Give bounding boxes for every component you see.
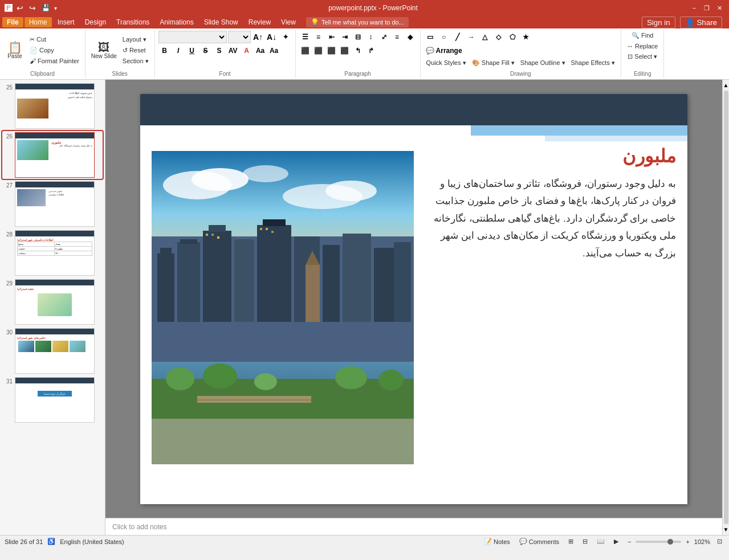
text-direction-button[interactable]: ⤢ [378,31,390,43]
clear-format-button[interactable]: ✦ [279,31,292,43]
replace-button[interactable]: ↔ Replace [625,42,660,51]
reading-view-button[interactable]: 📖 [594,537,607,546]
signin-button[interactable]: Sign in [642,17,675,28]
undo-button[interactable]: ↩ [15,3,25,13]
shape-rect[interactable]: ▭ [424,31,437,43]
shape-pentagon[interactable]: ⬠ [506,31,519,43]
justify-button[interactable]: ⬛ [339,44,351,57]
menu-design[interactable]: Design [80,17,111,27]
menu-file[interactable]: File [2,17,23,27]
shape-line[interactable]: ╱ [451,31,464,43]
menu-view[interactable]: View [276,17,300,27]
line-spacing-button[interactable]: ↕ [365,31,377,43]
menu-transitions[interactable]: Transitions [112,17,154,27]
normal-view-button[interactable]: ⊞ [566,537,576,546]
quick-styles-button[interactable]: Quick Styles ▾ [424,58,469,68]
svg-point-4 [325,181,377,201]
slideshow-button[interactable]: ▶ [612,537,621,546]
shape-outline-button[interactable]: Shape Outline ▾ [518,58,568,68]
align-center-button[interactable]: ⬛ [312,44,325,57]
redo-button[interactable]: ↪ [27,3,38,13]
menu-review[interactable]: Review [244,17,275,27]
shape-circle[interactable]: ○ [438,31,450,43]
notes-bar[interactable]: Click to add notes [105,518,722,535]
change-case-button[interactable]: Aa [268,44,280,57]
zoom-slider[interactable] [636,541,681,543]
align-left-button[interactable]: ⬛ [299,44,312,57]
scroll-down-button[interactable]: ▼ [722,525,729,534]
zoom-out-button[interactable]: − [625,538,633,546]
shape-star[interactable]: ★ [520,31,532,43]
quick-access-toolbar[interactable]: 🅿 ↩ ↪ 💾 ▾ [5,3,57,13]
comments-status-button[interactable]: 💬 Comments [517,537,561,546]
font-color-button[interactable]: A [241,44,253,57]
shape-callout[interactable]: 💬 [424,44,437,57]
menu-animations[interactable]: Animations [155,17,198,27]
char-spacing-button[interactable]: AV [227,44,239,57]
convert-smartart-button[interactable]: ◈ [404,31,417,43]
columns-button[interactable]: ⊟ [352,31,364,43]
numbering-button[interactable]: ≡ [312,31,325,43]
notes-status-button[interactable]: 📝 Notes [482,537,512,546]
decrease-font-button[interactable]: A↓ [266,31,278,43]
paste-button[interactable]: 📋 Paste [3,40,26,60]
font-family-select[interactable] [158,31,227,43]
find-button[interactable]: 🔍 Find [629,31,655,40]
slide-item-31[interactable]: 31 بازنگر از توجه شما [2,376,103,424]
restore-button[interactable]: ❐ [702,3,712,13]
arrange-button[interactable]: Arrange [438,44,461,57]
menu-help-search[interactable]: 💡 Tell me what you want to do... [306,17,409,27]
text-shadow-button[interactable]: S [213,44,226,57]
menu-insert[interactable]: Insert [53,17,79,27]
shape-effects-button[interactable]: Shape Effects ▾ [569,58,617,68]
strikethrough-button[interactable]: S [199,44,212,57]
decrease-indent-button[interactable]: ⇤ [325,31,338,43]
align-text-button[interactable]: ≡ [391,31,404,43]
slide-item-28[interactable]: 28 اطلاعات تکمیلی شهر استرالیا محتوامقدا… [2,229,103,277]
fit-slide-button[interactable]: ⊡ [715,537,724,546]
increase-font-button[interactable]: A↑ [252,31,264,43]
zoom-in-button[interactable]: + [683,538,691,546]
slide-item-29[interactable]: 29 نقشه استرالیا [2,278,103,326]
slide-sorter-button[interactable]: ⊟ [580,537,590,546]
right-scrollbar[interactable]: ▲ ▼ [722,80,729,535]
select-button[interactable]: ⊡ Select ▾ [625,52,659,62]
save-button[interactable]: 💾 [40,3,52,13]
menu-home[interactable]: Home [25,17,52,27]
scroll-up-button[interactable]: ▲ [722,81,729,89]
bullets-button[interactable]: ☰ [299,31,312,43]
signin-area: Sign in 👤 Share [642,17,727,28]
section-button[interactable]: Section ▾ [120,56,151,66]
rtl-button[interactable]: ↰ [352,44,364,57]
slide-item-30[interactable]: 30 عکس‌های شهر استرالیا [2,327,103,375]
layout-button[interactable]: Layout ▾ [120,35,151,44]
align-right-button[interactable]: ⬛ [325,44,338,57]
underline-button[interactable]: U [186,44,198,57]
shape-arrow[interactable]: → [465,31,478,43]
increase-indent-button[interactable]: ⇥ [339,31,351,43]
text-color-button[interactable]: Aa [254,44,267,57]
new-slide-button[interactable]: 🖼 New Slide [89,40,119,60]
format-painter-button[interactable]: 🖌 Format Painter [27,56,82,66]
window-controls[interactable]: − ❐ ✕ [689,3,724,13]
italic-button[interactable]: I [172,44,185,57]
font-size-select[interactable] [228,31,251,43]
share-button[interactable]: 👤 Share [680,17,722,28]
svg-rect-22 [211,234,214,236]
bold-button[interactable]: B [158,44,171,57]
slide-item-25[interactable]: 25 متن نمونه اطلاعات محتوای اسلاید قبلی … [2,82,103,130]
shape-triangle[interactable]: △ [479,31,491,43]
cut-button[interactable]: ✂ Cut [27,35,82,44]
shape-fill-button[interactable]: 🎨 Shape Fill ▾ [470,58,517,68]
slide-item-27[interactable]: 27 شهر سیدنی اطلاعات توضیحی [2,180,103,228]
close-button[interactable]: ✕ [714,3,724,13]
minimize-button[interactable]: − [689,3,699,13]
menu-slideshow[interactable]: Slide Show [199,17,243,27]
shape-diamond[interactable]: ◇ [492,31,505,43]
slide-content[interactable]: ملبورن به دلیل وجود رستوران، فروشگاه، تئ… [140,94,687,504]
copy-button[interactable]: 📄 Copy [27,46,82,55]
reset-button[interactable]: ↺ Reset [120,46,151,55]
scroll-thumb[interactable] [724,91,728,524]
slide-item-26[interactable]: 26 ملبورن به دلیل وجود رستوران فروشگاه ت… [2,131,103,179]
ltr-button[interactable]: ↱ [365,44,377,57]
